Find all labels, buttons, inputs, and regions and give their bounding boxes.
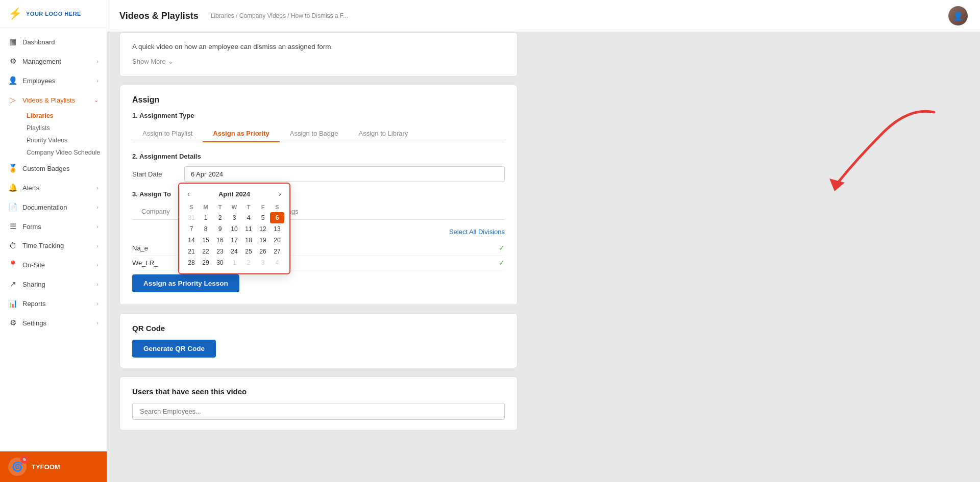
day-header-fri: F: [256, 203, 270, 212]
calendar-day[interactable]: 3: [256, 257, 270, 268]
sidebar-item-alerts[interactable]: 🔔 Alerts ›: [0, 178, 107, 197]
calendar-day[interactable]: 24: [227, 246, 241, 257]
sidebar-item-label: Forms: [22, 223, 41, 231]
calendar-day[interactable]: 15: [199, 235, 213, 246]
generate-qr-button[interactable]: Generate QR Code: [132, 340, 216, 358]
sidebar-item-management[interactable]: ⚙ Management ›: [0, 52, 107, 71]
calendar-day[interactable]: 22: [199, 246, 213, 257]
tab-assign-to-badge[interactable]: Assign to Badge: [280, 125, 349, 142]
sidebar-item-forms[interactable]: ☰ Forms ›: [0, 217, 107, 236]
calendar-day[interactable]: 21: [184, 246, 199, 257]
check-icon-2: ✓: [499, 259, 505, 267]
sidebar-item-videos-playlists[interactable]: ▷ Videos & Playlists ⌄: [0, 90, 107, 110]
red-arrow-annotation: [806, 102, 949, 206]
calendar-day[interactable]: 7: [184, 223, 199, 235]
calendar-day[interactable]: 27: [270, 246, 284, 257]
sidebar-item-label: Custom Badges: [22, 165, 70, 172]
tab-company[interactable]: Company: [132, 204, 179, 220]
calendar-day[interactable]: 28: [184, 257, 199, 268]
forms-icon: ☰: [8, 222, 17, 231]
assign-section-title: Assign: [132, 95, 505, 105]
start-date-row: Start Date ‹ April 2024 ›: [132, 166, 505, 182]
calendar-day[interactable]: 2: [241, 257, 256, 268]
management-icon: ⚙: [8, 57, 17, 66]
sub-item-company-video-schedule[interactable]: Company Video Schedule: [22, 146, 107, 159]
sidebar-footer[interactable]: 🌀 5 TYFOOM: [0, 451, 107, 482]
sidebar-item-label: Videos & Playlists: [22, 96, 75, 104]
calendar-day[interactable]: 3: [227, 212, 241, 223]
brand-name: TYFOOM: [32, 463, 60, 471]
day-header-sat: S: [270, 203, 284, 212]
calendar-day[interactable]: 4: [241, 212, 256, 223]
calendar-day[interactable]: 10: [227, 223, 241, 235]
calendar-day[interactable]: 16: [213, 235, 227, 246]
sidebar-item-sharing[interactable]: ↗ Sharing ›: [0, 274, 107, 294]
sidebar-item-reports[interactable]: 📊 Reports ›: [0, 294, 107, 313]
calendar-day[interactable]: 9: [213, 223, 227, 235]
sidebar-item-time-tracking[interactable]: ⏱ Time Tracking ›: [0, 236, 107, 255]
sidebar-item-documentation[interactable]: 📄 Documentation ›: [0, 197, 107, 217]
sub-item-libraries[interactable]: Libraries: [22, 110, 107, 122]
chevron-icon: ›: [96, 243, 99, 249]
sidebar-item-dashboard[interactable]: ▦ Dashboard: [0, 32, 107, 52]
sub-item-priority-videos[interactable]: Priority Videos: [22, 134, 107, 146]
calendar-day[interactable]: 25: [241, 246, 256, 257]
chevron-icon: ›: [96, 300, 99, 307]
sidebar-item-employees[interactable]: 👤 Employees ›: [0, 71, 107, 90]
user-avatar[interactable]: 👤: [948, 6, 968, 26]
calendar-day[interactable]: 4: [270, 257, 284, 268]
calendar-day[interactable]: 13: [270, 223, 284, 235]
calendar-day[interactable]: 8: [199, 223, 213, 235]
badges-icon: 🏅: [8, 164, 17, 173]
logo-icon: ⚡: [8, 7, 22, 20]
calendar-day[interactable]: 2: [213, 212, 227, 223]
tab-assign-to-library[interactable]: Assign to Library: [349, 125, 419, 142]
on-site-icon: 📍: [8, 260, 17, 269]
chevron-icon: ›: [96, 320, 99, 326]
calendar-day[interactable]: 20: [270, 235, 284, 246]
alerts-icon: 🔔: [8, 183, 17, 192]
calendar-day[interactable]: 30: [213, 257, 227, 268]
calendar-day[interactable]: 17: [227, 235, 241, 246]
sub-item-playlists[interactable]: Playlists: [22, 122, 107, 134]
calendar-day[interactable]: 11: [241, 223, 256, 235]
calendar-day[interactable]: 12: [256, 223, 270, 235]
calendar-day[interactable]: 31: [184, 212, 199, 223]
sidebar-item-settings[interactable]: ⚙ Settings ›: [0, 313, 107, 333]
day-header-mon: M: [199, 203, 213, 212]
chevron-icon: ›: [96, 78, 99, 84]
tab-assign-to-playlist[interactable]: Assign to Playlist: [132, 125, 203, 142]
tab-assign-as-priority[interactable]: Assign as Priority: [203, 125, 280, 142]
select-all-divisions-link[interactable]: Select All Divisions: [449, 228, 505, 236]
notification-badge: 5: [20, 455, 29, 464]
calendar-next-button[interactable]: ›: [276, 189, 284, 199]
page-title: Videos & Playlists: [119, 11, 199, 21]
sidebar-item-custom-badges[interactable]: 🏅 Custom Badges: [0, 159, 107, 178]
search-employees-input[interactable]: [132, 403, 505, 420]
sidebar-item-label: On-Site: [22, 261, 45, 269]
calendar-day[interactable]: 19: [256, 235, 270, 246]
settings-icon: ⚙: [8, 318, 17, 327]
show-more-button[interactable]: Show More ⌄: [132, 58, 174, 65]
breadcrumb: Libraries / Company Videos / How to Dism…: [211, 12, 348, 19]
users-seen-title: Users that have seen this video: [132, 387, 505, 396]
calendar-day[interactable]: 23: [213, 246, 227, 257]
calendar-day[interactable]: 14: [184, 235, 199, 246]
start-date-input[interactable]: [184, 166, 505, 182]
calendar-day[interactable]: 26: [256, 246, 270, 257]
sidebar-item-on-site[interactable]: 📍 On-Site ›: [0, 255, 107, 274]
calendar-day[interactable]: 1: [199, 212, 213, 223]
calendar-day[interactable]: 29: [199, 257, 213, 268]
calendar-day[interactable]: 1: [227, 257, 241, 268]
start-date-label: Start Date: [132, 170, 178, 178]
calendar-day[interactable]: 18: [241, 235, 256, 246]
main-content: Videos & Playlists Libraries / Company V…: [107, 0, 980, 482]
calendar-prev-button[interactable]: ‹: [184, 189, 193, 199]
users-seen-card: Users that have seen this video: [119, 376, 518, 430]
calendar-day[interactable]: 6: [270, 212, 284, 223]
calendar-day[interactable]: 5: [256, 212, 270, 223]
video-description-card: A quick video on how an employee can dis…: [119, 32, 518, 77]
sidebar-item-label: Management: [22, 58, 61, 65]
assign-priority-lesson-button[interactable]: Assign as Priority Lesson: [132, 274, 239, 292]
logo-area[interactable]: ⚡ YOUR LOGO HERE: [0, 0, 107, 28]
